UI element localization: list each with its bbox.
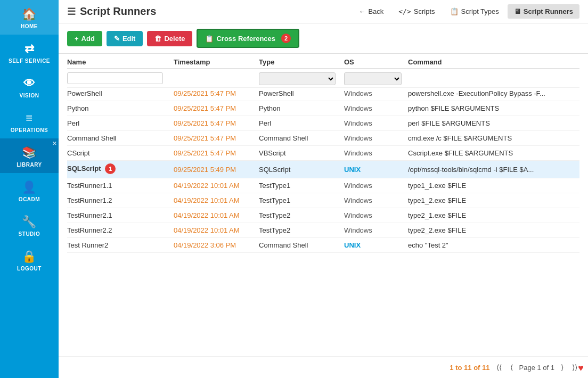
- script-runners-button[interactable]: 🖥 Script Runners: [508, 4, 579, 19]
- back-button[interactable]: ← Back: [352, 4, 390, 19]
- table-row[interactable]: TestRunner1.1 04/19/2022 10:01 AM TestTy…: [67, 178, 579, 193]
- table-row[interactable]: CScript 09/25/2021 5:47 PM VBScript Wind…: [67, 146, 579, 161]
- cell-type: Command Shell: [259, 134, 344, 142]
- cell-type: TestType1: [259, 182, 344, 190]
- row-badge: 1: [105, 163, 116, 174]
- table-row[interactable]: Test Runner2 04/19/2022 3:06 PM Command …: [67, 238, 579, 253]
- cell-os: Windows: [344, 196, 408, 204]
- cell-name: TestRunner1.1: [67, 182, 174, 190]
- table-row[interactable]: TestRunner1.2 04/19/2022 10:01 AM TestTy…: [67, 193, 579, 208]
- cell-os: Windows: [344, 89, 408, 97]
- vision-icon: 👁: [23, 77, 36, 91]
- close-button[interactable]: ✕: [52, 141, 57, 146]
- sidebar: 🏠 HOME⇄ SELF SERVICE👁 VISION≡ OPERATIONS…: [0, 0, 59, 378]
- filter-os[interactable]: [344, 72, 402, 85]
- sidebar-item-self-service[interactable]: ⇄ SELF SERVICE: [0, 35, 59, 69]
- cell-command: type1_2.exe $FILE: [408, 196, 579, 204]
- cell-os: UNIX: [344, 241, 408, 249]
- sidebar-label-operations: OPERATIONS: [11, 127, 48, 133]
- table-row[interactable]: Command Shell 09/25/2021 5:47 PM Command…: [67, 131, 579, 146]
- script-types-button[interactable]: 📋 Script Types: [444, 4, 505, 19]
- col-os: OS: [344, 58, 408, 66]
- heartbeat-icon: ♥: [578, 363, 584, 374]
- hamburger-icon[interactable]: ☰: [67, 6, 76, 18]
- cross-references-label: Cross References: [216, 35, 275, 43]
- cell-type: Python: [259, 104, 344, 112]
- edit-label: Edit: [123, 35, 136, 43]
- cell-command: type2_1.exe $FILE: [408, 211, 579, 219]
- sidebar-item-studio[interactable]: 🔧 STUDIO: [0, 208, 59, 242]
- table-row[interactable]: Perl 09/25/2021 5:47 PM Perl Windows per…: [67, 116, 579, 131]
- home-icon: 🏠: [22, 7, 37, 21]
- first-page-button[interactable]: ⟨⟨: [494, 362, 504, 373]
- main-content: ☰ Script Runners ← Back </> Scripts 📋 Sc…: [59, 0, 588, 378]
- sidebar-item-library[interactable]: 📚 LIBRARY✕: [0, 138, 59, 173]
- script-runners-icon: 🖥: [514, 7, 521, 15]
- cell-timestamp: 09/25/2021 5:47 PM: [174, 119, 259, 127]
- title-text: Script Runners: [80, 5, 156, 18]
- cell-name: SQLScript 1: [67, 164, 174, 175]
- table-row[interactable]: TestRunner2.1 04/19/2022 10:01 AM TestTy…: [67, 208, 579, 223]
- sidebar-label-self-service: SELF SERVICE: [9, 58, 50, 64]
- delete-label: Delete: [164, 35, 185, 43]
- edit-icon: ✎: [114, 35, 120, 43]
- pagination-range: 1 to 11 of 11: [450, 364, 489, 372]
- cell-timestamp: 09/25/2021 5:47 PM: [174, 134, 259, 142]
- filter-type[interactable]: [259, 72, 336, 85]
- cell-timestamp: 09/25/2021 5:47 PM: [174, 149, 259, 157]
- cell-name: Python: [67, 104, 174, 112]
- sidebar-item-home[interactable]: 🏠 HOME: [0, 0, 59, 35]
- table-row[interactable]: TestRunner2.2 04/19/2022 10:01 AM TestTy…: [67, 223, 579, 238]
- cell-timestamp: 04/19/2022 10:01 AM: [174, 226, 259, 234]
- operations-icon: ≡: [26, 111, 32, 125]
- cell-type: VBScript: [259, 149, 344, 157]
- page-title: ☰ Script Runners: [67, 5, 156, 18]
- sidebar-label-logout: LOGOUT: [17, 266, 42, 272]
- cell-os: Windows: [344, 104, 408, 112]
- cell-name: Command Shell: [67, 134, 174, 142]
- sidebar-item-vision[interactable]: 👁 VISION: [0, 69, 59, 104]
- table-area: Name Timestamp Type OS Command PowerShel…: [59, 54, 588, 356]
- sidebar-label-vision: VISION: [20, 93, 39, 98]
- cell-timestamp: 09/25/2021 5:49 PM: [174, 166, 259, 174]
- self-service-icon: ⇄: [24, 42, 35, 56]
- edit-button[interactable]: ✎ Edit: [107, 31, 143, 46]
- table-row[interactable]: SQLScript 1 09/25/2021 5:49 PM SQLScript…: [67, 161, 579, 178]
- cell-command: echo "Test 2": [408, 241, 579, 249]
- cell-name: TestRunner2.2: [67, 226, 174, 234]
- cell-name: TestRunner1.2: [67, 196, 174, 204]
- cell-type: PowerShell: [259, 89, 344, 97]
- nav-buttons: ← Back </> Scripts 📋 Script Types 🖥 Scri…: [352, 4, 579, 19]
- logout-icon: 🔒: [22, 250, 37, 264]
- prev-page-button[interactable]: ⟨: [508, 362, 515, 373]
- cell-timestamp: 04/19/2022 10:01 AM: [174, 196, 259, 204]
- table-row[interactable]: Python 09/25/2021 5:47 PM Python Windows…: [67, 101, 579, 116]
- cell-command: powershell.exe -ExecutionPolicy Bypass -…: [408, 89, 579, 97]
- cell-command: Cscript.exe $FILE $ARGUMENTS: [408, 149, 579, 157]
- cell-os: UNIX: [344, 166, 408, 174]
- table-header: Name Timestamp Type OS Command: [67, 54, 579, 69]
- sidebar-item-operations[interactable]: ≡ OPERATIONS: [0, 104, 59, 138]
- cell-command: /opt/mssql-tools/bin/sqlcmd -i $FILE $A.…: [408, 166, 579, 174]
- sidebar-label-studio: STUDIO: [19, 231, 40, 237]
- cell-type: SQLScript: [259, 166, 344, 174]
- sidebar-item-logout[interactable]: 🔒 LOGOUT: [0, 242, 59, 277]
- add-button[interactable]: + Add: [67, 31, 102, 46]
- cell-type: TestType1: [259, 196, 344, 204]
- next-page-button[interactable]: ⟩: [559, 362, 566, 373]
- scripts-button[interactable]: </> Scripts: [392, 4, 441, 19]
- cross-references-icon: 📋: [205, 35, 214, 43]
- cell-timestamp: 04/19/2022 3:06 PM: [174, 241, 259, 249]
- cell-type: Command Shell: [259, 241, 344, 249]
- cell-os: Windows: [344, 211, 408, 219]
- add-label: Add: [81, 35, 95, 43]
- cell-name: Perl: [67, 119, 174, 127]
- cross-references-button[interactable]: 📋 Cross References 2: [197, 29, 299, 48]
- col-command: Command: [408, 58, 579, 66]
- cell-timestamp: 04/19/2022 10:01 AM: [174, 211, 259, 219]
- sidebar-item-ocadm[interactable]: 👤 OCADM: [0, 173, 59, 208]
- cell-type: TestType2: [259, 211, 344, 219]
- filter-name[interactable]: [67, 72, 163, 84]
- table-row[interactable]: PowerShell 09/25/2021 5:47 PM PowerShell…: [67, 86, 579, 101]
- delete-button[interactable]: 🗑 Delete: [147, 31, 192, 46]
